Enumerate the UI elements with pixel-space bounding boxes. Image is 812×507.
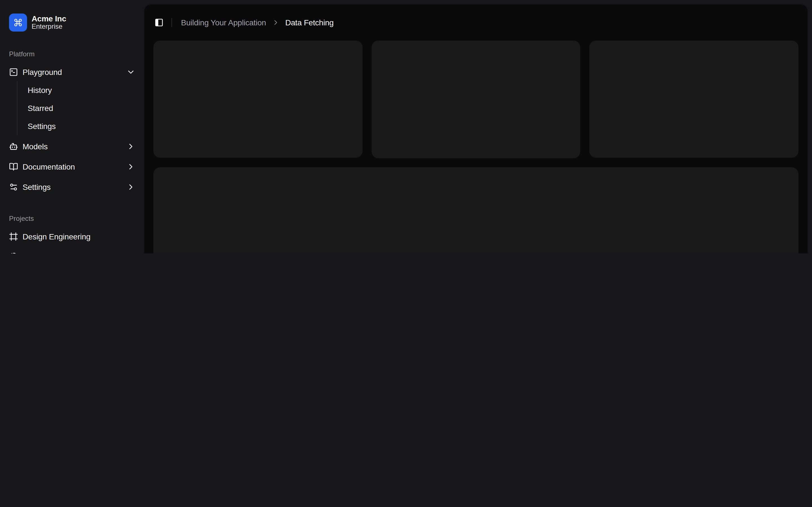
sidebar-group-projects: Projects Design Engineering Sales & Mark… [0, 205, 144, 253]
settings-icon [9, 182, 18, 191]
team-plan: Enterprise [32, 23, 66, 31]
book-open-icon [9, 162, 18, 171]
main-content [144, 41, 808, 253]
app-root: Acme Inc Enterprise Platform Playground … [0, 0, 812, 253]
group-label-projects: Projects [4, 210, 140, 228]
chevron-right-icon [126, 162, 135, 171]
sidebar-item-label: Models [22, 142, 48, 151]
breadcrumb-current-page: Data Fetching [285, 18, 334, 27]
sidebar-item-models[interactable]: Models [4, 137, 140, 156]
team-switcher-button[interactable]: Acme Inc Enterprise [4, 9, 140, 36]
sidebar-item-settings[interactable]: Settings [4, 178, 140, 196]
command-icon [9, 13, 27, 32]
placeholder-panel [153, 167, 799, 253]
sidebar-item-label: Settings [22, 182, 51, 191]
sidebar-item-sales-marketing[interactable]: Sales & Marketing [4, 248, 140, 253]
sidebar-subitem-settings[interactable]: Settings [23, 118, 140, 134]
sidebar-item-label: Sales & Marketing [22, 252, 86, 253]
sidebar-subitem-history[interactable]: History [23, 82, 140, 98]
sidebar-group-platform: Platform Playground History Starred Sett… [0, 41, 144, 201]
sidebar-item-documentation[interactable]: Documentation [4, 158, 140, 176]
breadcrumb-parent-link[interactable]: Building Your Application [181, 18, 266, 27]
sidebar-item-label: Playground [22, 68, 62, 76]
team-name: Acme Inc [32, 14, 66, 23]
sidebar-toggle-button[interactable] [151, 15, 167, 31]
breadcrumb: Building Your Application Data Fetching [181, 18, 334, 27]
group-label-platform: Platform [4, 45, 140, 63]
sidebar-item-playground[interactable]: Playground [4, 63, 140, 81]
playground-submenu: History Starred Settings [17, 81, 140, 135]
sidebar-item-label: Documentation [22, 162, 75, 171]
chevron-right-icon [126, 142, 135, 151]
chevron-down-icon [126, 68, 135, 76]
placeholder-card-2 [371, 41, 580, 158]
inset-panel: Building Your Application Data Fetching [144, 4, 808, 253]
placeholder-card-3 [590, 41, 799, 158]
sidebar: Acme Inc Enterprise Platform Playground … [0, 0, 144, 253]
sidebar-header: Acme Inc Enterprise [0, 4, 144, 41]
square-terminal-icon [9, 68, 18, 76]
placeholder-card-1 [153, 41, 362, 158]
header-separator [171, 18, 172, 27]
sidebar-item-label: Design Engineering [22, 232, 91, 241]
chart-pie-icon [9, 252, 18, 253]
panel-left-icon [154, 18, 163, 27]
inset-header: Building Your Application Data Fetching [144, 4, 808, 41]
placeholder-card-grid [153, 41, 799, 158]
frame-icon [9, 232, 18, 241]
chevron-right-icon [126, 182, 135, 191]
sidebar-item-design-engineering[interactable]: Design Engineering [4, 228, 140, 245]
chevron-right-icon [272, 18, 280, 26]
bot-icon [9, 142, 18, 151]
sidebar-subitem-starred[interactable]: Starred [23, 100, 140, 116]
